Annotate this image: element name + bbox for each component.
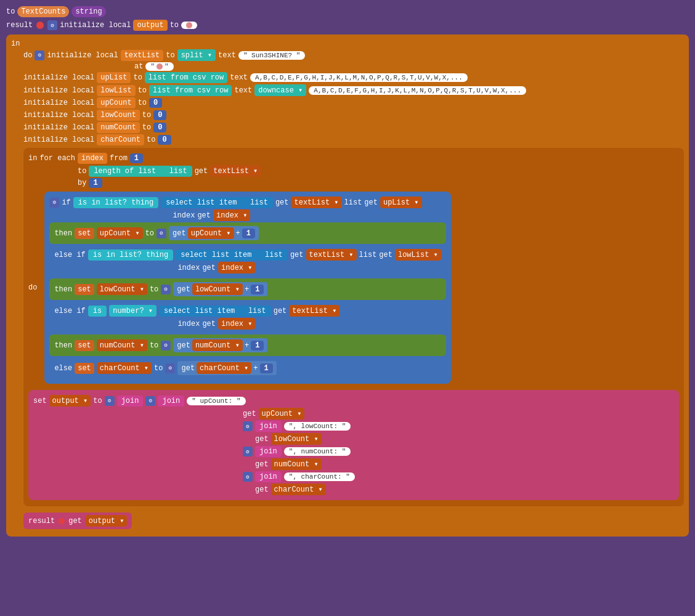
- else-if-section-2: else if is number? ▾ select list item li…: [49, 301, 445, 333]
- upcount-get-1[interactable]: upCount ▾: [188, 227, 234, 239]
- gear-icon-10[interactable]: ⚙: [243, 421, 253, 431]
- to-2: to: [133, 73, 142, 82]
- set-charcount[interactable]: set: [75, 363, 94, 374]
- one-val-1: 1: [242, 229, 255, 238]
- to-label-top: to: [170, 21, 179, 30]
- zero-1: 0: [149, 98, 162, 108]
- index-var[interactable]: index: [78, 153, 107, 164]
- get-label-1: get: [195, 167, 208, 176]
- else-section: else set charCount ▾ to ⚙ get charCount …: [49, 357, 445, 379]
- if-label: if: [62, 198, 70, 207]
- lowlist-var[interactable]: lowList: [97, 85, 135, 96]
- number-q-block[interactable]: number? ▾: [109, 305, 156, 317]
- set-numcount[interactable]: set: [75, 340, 94, 351]
- gear-icon-3[interactable]: ⚙: [49, 198, 59, 208]
- gear-icon-9[interactable]: ⚙: [145, 396, 155, 406]
- init-local-2: initialize local: [23, 73, 94, 82]
- then-label-2: then: [54, 285, 72, 294]
- gear-icon-5[interactable]: ⚙: [161, 285, 171, 294]
- downcase-block[interactable]: downcase ▾: [254, 84, 306, 96]
- else-if-section-1: else if is in list? thing select list it…: [49, 245, 445, 277]
- index-get-3[interactable]: index ▾: [218, 318, 255, 330]
- charcount-set-var[interactable]: charCount ▾: [97, 362, 152, 374]
- index-label-1: index: [173, 211, 195, 220]
- init-local-3: initialize local: [23, 86, 94, 95]
- init-local-5: initialize local: [23, 111, 94, 120]
- get-label-10: get: [274, 307, 287, 315]
- set-lowcount[interactable]: set: [75, 284, 94, 295]
- index-label-2: index: [177, 264, 200, 272]
- upcount-str: " upCount: ": [187, 397, 245, 405]
- gear-icon-11[interactable]: ⚙: [243, 447, 253, 456]
- plus-2: +: [245, 285, 249, 294]
- index-get-1[interactable]: index ▾: [213, 209, 250, 221]
- textlist-get-4[interactable]: textList ▾: [289, 305, 339, 317]
- join-block-2: join: [158, 395, 184, 407]
- gear-icon-1[interactable]: ⚙: [47, 20, 57, 30]
- charcount-get-1[interactable]: charCount ▾: [197, 362, 251, 374]
- gear-icon-8[interactable]: ⚙: [105, 396, 115, 406]
- init-local-7: initialize local: [23, 136, 94, 144]
- textlist-get-3[interactable]: textList ▾: [306, 249, 357, 261]
- get-label-11: get: [202, 320, 216, 328]
- to-1: to: [166, 51, 174, 60]
- gear-icon-4[interactable]: ⚙: [156, 229, 166, 238]
- to-9: to: [150, 285, 158, 294]
- textlist-var[interactable]: textList: [121, 50, 164, 61]
- result-section-bottom: result get output ▾: [23, 513, 132, 529]
- gear-icon-7[interactable]: ⚙: [165, 363, 175, 373]
- upcount-get-2[interactable]: upCount ▾: [259, 408, 305, 419]
- output-set-var[interactable]: output ▾: [49, 395, 91, 407]
- if-outer-block: ⚙ if is in list? thing select list item …: [44, 192, 450, 384]
- result-dot-bottom: [59, 518, 65, 524]
- gear-icon-6[interactable]: ⚙: [161, 341, 171, 351]
- empty-string-val: [181, 22, 197, 29]
- csv-block-2: list from csv row: [149, 85, 232, 96]
- lowcount-var[interactable]: lowCount: [97, 110, 140, 121]
- upcount-var[interactable]: upCount: [97, 97, 135, 108]
- lowcount-get-1[interactable]: lowCount ▾: [192, 283, 243, 295]
- charcount-get-2[interactable]: charCount ▾: [271, 484, 326, 495]
- gear-icon-2[interactable]: ⚙: [35, 51, 44, 60]
- for-each-section: in for each index from 1 to length of li…: [23, 148, 684, 506]
- numcount-var[interactable]: numCount: [97, 122, 140, 133]
- uplist-var[interactable]: upList: [97, 72, 131, 83]
- charcount-var[interactable]: charCount: [97, 134, 144, 145]
- numcount-get-2[interactable]: numCount ▾: [271, 458, 322, 470]
- lowcount-get-2[interactable]: lowCount ▾: [271, 433, 322, 445]
- numcount-set-var[interactable]: numCount ▾: [97, 339, 147, 351]
- get-label-12: get: [177, 341, 190, 350]
- textlist-get-1[interactable]: textList ▾: [210, 165, 261, 177]
- gear-icon-12[interactable]: ⚙: [243, 472, 253, 482]
- text-label-1: text: [218, 51, 236, 60]
- lowlist-get-1[interactable]: lowList ▾: [395, 249, 441, 261]
- is-in-list-2: is in list? thing: [88, 249, 173, 261]
- set-upcount[interactable]: set: [75, 228, 94, 239]
- textlist-get-2[interactable]: textList ▾: [291, 197, 341, 208]
- by-label: by: [78, 179, 86, 187]
- numcount-get-1[interactable]: numCount ▾: [192, 339, 243, 351]
- is-in-list-1: is in list? thing: [73, 197, 158, 208]
- uplist-get-1[interactable]: upList ▾: [380, 197, 422, 208]
- list-label-1: list: [344, 198, 362, 207]
- charcount-str: ", charCount: ": [284, 472, 355, 481]
- lowcount-set-var[interactable]: lowCount ▾: [97, 283, 147, 295]
- select-item-2: select list item list: [176, 249, 288, 261]
- join-block-5: join: [255, 471, 282, 482]
- init-local-1: initialize local: [47, 51, 118, 60]
- index-get-2[interactable]: index ▾: [218, 262, 255, 274]
- output-get-bottom[interactable]: output ▾: [86, 515, 128, 527]
- textcounts-block[interactable]: TextCounts: [17, 6, 69, 17]
- lowcount-str: ", lowCount: ": [284, 422, 351, 431]
- sun3shine-val: " Sun3SHINE? ": [238, 51, 305, 60]
- plus-block-2: get lowCount ▾ + 1: [173, 282, 267, 296]
- then-label-1: then: [54, 229, 72, 238]
- else-if-label-2: else if: [54, 307, 85, 315]
- get-label-9: get: [177, 285, 190, 294]
- split-block[interactable]: split ▾: [177, 49, 216, 61]
- text-label-3: text: [234, 86, 252, 95]
- to-label-foreach: to: [78, 167, 86, 176]
- upcount-set-var[interactable]: upCount ▾: [97, 227, 143, 239]
- output-var-top[interactable]: output: [133, 20, 167, 31]
- set-label-output: set: [33, 397, 47, 405]
